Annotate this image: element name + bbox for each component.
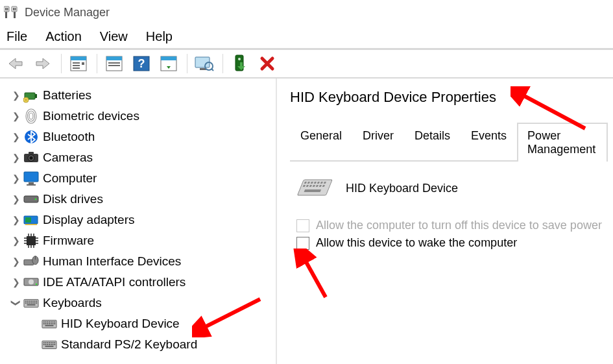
expander-icon[interactable]: ❯: [11, 297, 21, 309]
gpu-icon: [23, 212, 39, 228]
svg-line-25: [211, 69, 213, 71]
svg-rect-40: [24, 172, 38, 182]
toolbar-divider: [61, 54, 62, 73]
svg-rect-90: [54, 321, 55, 322]
svg-rect-96: [53, 323, 54, 324]
hid-icon: [23, 254, 39, 269]
bluetooth-icon: [23, 129, 39, 145]
toolbar-divider: [187, 54, 187, 73]
svg-rect-46: [25, 217, 31, 223]
svg-rect-7: [15, 8, 16, 10]
expander-icon[interactable]: ❯: [10, 152, 22, 163]
svg-rect-47: [25, 224, 37, 225]
uninstall-button[interactable]: [254, 53, 280, 75]
menu-view[interactable]: View: [100, 29, 128, 44]
svg-rect-78: [30, 302, 32, 304]
menu-help[interactable]: Help: [146, 29, 173, 44]
svg-rect-77: [29, 302, 30, 304]
svg-rect-98: [45, 325, 54, 326]
tree-node-ide[interactable]: ❯ IDE ATA/ATAPI controllers: [10, 272, 276, 293]
svg-rect-97: [54, 323, 55, 324]
tree-label: Bluetooth: [43, 130, 95, 144]
scan-hardware-button[interactable]: [191, 53, 217, 75]
svg-rect-69: [27, 300, 29, 302]
window-list-button[interactable]: [156, 53, 182, 75]
svg-rect-17: [108, 65, 120, 66]
expander-icon[interactable]: ❯: [10, 256, 22, 267]
expander-icon[interactable]: ❯: [10, 277, 22, 287]
properties-panel: HID Keyboard Device Properties General D…: [276, 79, 613, 364]
checkbox-icon[interactable]: [296, 237, 309, 250]
expander-icon[interactable]: ❯: [10, 236, 22, 246]
svg-point-33: [28, 111, 35, 121]
svg-rect-76: [27, 302, 29, 304]
svg-rect-75: [25, 302, 27, 304]
svg-rect-103: [49, 342, 50, 343]
tab-power-management[interactable]: Power Management: [517, 123, 608, 162]
update-driver-button[interactable]: [227, 53, 253, 75]
keyboard-icon: [23, 295, 39, 311]
svg-rect-108: [45, 344, 47, 345]
toolbar: ?: [0, 49, 613, 79]
expander-icon[interactable]: ❯: [10, 132, 22, 142]
svg-rect-41: [29, 182, 34, 184]
properties-title: HID Keyboard Device Properties: [290, 89, 608, 106]
disk-icon: [23, 191, 39, 207]
expander-icon[interactable]: ❯: [10, 173, 22, 184]
tree-node-hid-keyboard[interactable]: HID Keyboard Device: [10, 313, 276, 334]
svg-rect-4: [5, 8, 6, 10]
svg-rect-13: [82, 62, 84, 65]
tree-node-disk[interactable]: ❯ Disk drives: [10, 189, 276, 210]
tree-label: Disk drives: [43, 192, 103, 206]
svg-rect-112: [53, 344, 54, 345]
tree-label: Keyboards: [43, 296, 102, 310]
svg-rect-102: [47, 342, 48, 343]
help-button[interactable]: ?: [128, 53, 154, 75]
tree-node-ps2-keyboard[interactable]: Standard PS/2 Keyboard: [10, 334, 276, 355]
tree-label: Display adapters: [43, 213, 135, 227]
expander-icon[interactable]: ❯: [10, 111, 22, 121]
svg-rect-6: [13, 8, 14, 10]
tree-node-display[interactable]: ❯ Display adapters: [10, 210, 276, 230]
svg-rect-16: [108, 62, 120, 64]
tree-node-hid[interactable]: ❯ Human Interface Devices: [10, 251, 276, 272]
svg-rect-114: [45, 346, 54, 347]
checkbox-wake-computer[interactable]: Allow this device to wake the computer: [296, 236, 608, 250]
tab-events[interactable]: Events: [461, 123, 517, 162]
svg-rect-10: [73, 62, 80, 64]
properties-button[interactable]: [66, 53, 91, 75]
svg-rect-110: [49, 344, 50, 345]
svg-rect-88: [51, 321, 52, 322]
tree-node-bluetooth[interactable]: ❯ Bluetooth: [10, 127, 276, 147]
device-tree[interactable]: ❯ Batteries ❯ Biometric devices ❯ Blueto…: [0, 79, 276, 351]
forward-button[interactable]: [30, 53, 56, 75]
tree-label: HID Keyboard Device: [61, 317, 180, 331]
svg-rect-94: [49, 323, 50, 324]
window-button[interactable]: [101, 53, 127, 75]
menu-file[interactable]: File: [6, 29, 27, 44]
tree-node-firmware[interactable]: ❯ Firmware: [10, 230, 276, 251]
svg-rect-93: [47, 323, 48, 324]
svg-rect-111: [51, 344, 52, 345]
back-button[interactable]: [3, 53, 29, 75]
svg-rect-79: [32, 302, 34, 304]
checkbox-label: Allow this device to wake the computer: [316, 236, 517, 250]
svg-point-44: [35, 199, 37, 200]
svg-rect-92: [45, 323, 47, 324]
controller-icon: [23, 274, 39, 290]
menu-action[interactable]: Action: [45, 29, 82, 44]
tab-details[interactable]: Details: [404, 123, 461, 162]
expander-icon[interactable]: ❯: [10, 215, 22, 225]
tab-general[interactable]: General: [290, 123, 352, 162]
tab-driver[interactable]: Driver: [352, 123, 404, 162]
expander-icon[interactable]: ❯: [10, 90, 22, 101]
tree-node-batteries[interactable]: ❯ Batteries: [10, 85, 276, 106]
tree-node-keyboards[interactable]: ❯ Keyboards: [10, 293, 276, 313]
tree-node-cameras[interactable]: ❯ Cameras: [10, 147, 276, 168]
tree-label: Biometric devices: [43, 109, 139, 123]
tree-node-computer[interactable]: ❯ Computer: [10, 168, 276, 189]
window-title: Device Manager: [25, 6, 110, 19]
tree-node-biometric[interactable]: ❯ Biometric devices: [10, 106, 276, 127]
svg-rect-85: [45, 321, 47, 322]
expander-icon[interactable]: ❯: [10, 194, 22, 204]
